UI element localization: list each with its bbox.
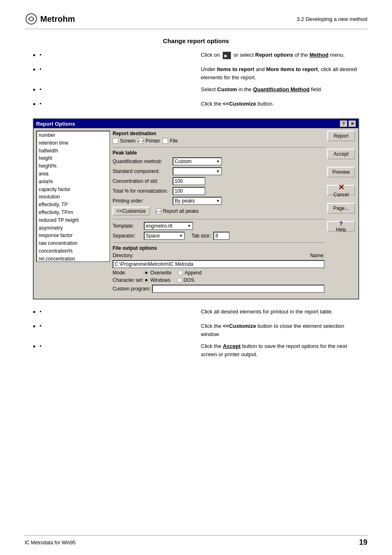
list-item-rel-concentration[interactable]: rel.concentration bbox=[37, 255, 109, 262]
printer-checkbox-item[interactable]: ✓ Printer bbox=[138, 138, 160, 144]
mode-overwrite-radio[interactable] bbox=[144, 270, 149, 275]
report-all-peaks-checkbox[interactable]: ✓ bbox=[156, 208, 161, 214]
bullet-item-2: • Under Items to report and More items t… bbox=[33, 65, 359, 81]
list-item-reduced-tp[interactable]: reduced TP height bbox=[37, 216, 109, 224]
character-set-label: Character set: bbox=[113, 277, 141, 283]
file-checkbox[interactable] bbox=[162, 138, 168, 144]
tab-size-input[interactable] bbox=[213, 232, 230, 240]
list-item-height[interactable]: height bbox=[37, 154, 109, 162]
svg-point-0 bbox=[26, 14, 37, 24]
header: Metrohm 3.2 Developing a new method bbox=[25, 12, 367, 29]
character-set-radio-group: Windows DOS bbox=[144, 277, 194, 283]
template-row: Template: engmetro.rtt ▼ bbox=[113, 222, 325, 230]
list-item-resolution[interactable]: resolution bbox=[37, 193, 109, 201]
printing-order-value: By peaks bbox=[175, 198, 195, 204]
left-panel[interactable]: number retention time halfwidth height h… bbox=[36, 131, 110, 262]
report-button[interactable]: Report bbox=[327, 131, 355, 141]
report-all-peaks-label: Report all peaks bbox=[163, 208, 199, 214]
concentration-std-label: Concentration of std: bbox=[113, 178, 170, 184]
footer: IC Metrodata for Win95 19 bbox=[25, 535, 367, 547]
charset-windows-item[interactable]: Windows bbox=[144, 277, 171, 283]
printer-checkbox[interactable]: ✓ bbox=[138, 138, 144, 144]
screen-checkbox-item[interactable]: Screen bbox=[113, 138, 136, 144]
dropdown-arrow3: ▼ bbox=[216, 199, 220, 203]
list-item-effectivity-tpm[interactable]: effectivity, TP/m bbox=[37, 209, 109, 216]
mode-radio-group: Overwrite Append bbox=[144, 270, 202, 276]
help-title-btn[interactable]: ? bbox=[340, 120, 347, 127]
list-item-halfwidth[interactable]: halfwidth bbox=[37, 147, 109, 155]
mode-append-item[interactable]: Append bbox=[178, 270, 201, 276]
report-options-dialog: Report Options ? ✕ number retention time… bbox=[33, 118, 359, 299]
titlebar-buttons[interactable]: ? ✕ bbox=[340, 120, 356, 127]
list-item-concentration-pct[interactable]: concentration% bbox=[37, 247, 109, 255]
charset-windows-radio[interactable] bbox=[144, 278, 149, 283]
mode-append-radio[interactable] bbox=[178, 270, 183, 275]
list-item-effectivity-tp[interactable]: effectivity, TP bbox=[37, 201, 109, 209]
printing-order-select[interactable]: By peaks ▼ bbox=[173, 197, 222, 205]
content: Change report options • Click on or sele… bbox=[25, 37, 367, 358]
help-icon: ? bbox=[339, 220, 343, 227]
file-output-label: File output options bbox=[113, 245, 325, 251]
list-item-number[interactable]: number bbox=[37, 131, 109, 139]
toolbar-icon bbox=[223, 52, 231, 59]
mode-row: Mode: Overwrite Append bbox=[113, 270, 325, 276]
cancel-label: Cancel bbox=[333, 192, 348, 198]
charset-dos-radio[interactable] bbox=[177, 278, 182, 283]
logo: Metrohm bbox=[25, 12, 75, 25]
list-item-asymmetry[interactable]: asymmetry bbox=[37, 224, 109, 232]
right-panel: Report destination Screen ✓ Printer bbox=[113, 131, 325, 296]
template-label: Template: bbox=[113, 223, 141, 229]
dialog-body: number retention time halfwidth height h… bbox=[34, 128, 358, 299]
report-destination-label: Report destination bbox=[113, 131, 325, 136]
post-bullet-3: • Click the Accept button to save the re… bbox=[33, 342, 359, 358]
peak-table-label: Peak table bbox=[113, 150, 325, 156]
mode-overwrite-label: Overwrite bbox=[150, 270, 171, 276]
template-select[interactable]: engmetro.rtt ▼ bbox=[144, 222, 193, 230]
customize-button[interactable]: <<Customize bbox=[113, 207, 150, 216]
file-checkbox-item[interactable]: File bbox=[162, 138, 178, 144]
directory-input[interactable] bbox=[113, 260, 325, 268]
directory-name-row: Directory: Name: bbox=[113, 253, 325, 258]
standard-component-select[interactable]: ▼ bbox=[173, 167, 222, 175]
footer-left: IC Metrodata for Win95 bbox=[25, 540, 76, 546]
custom-program-label: Custom program: bbox=[113, 286, 150, 292]
list-item-response-factor[interactable]: response factor bbox=[37, 232, 109, 240]
mode-overwrite-item[interactable]: Overwrite bbox=[144, 270, 171, 276]
list-item-capacity-factor[interactable]: capacity factor bbox=[37, 186, 109, 193]
concentration-std-input[interactable] bbox=[173, 177, 205, 185]
mode-label: Mode: bbox=[113, 270, 141, 276]
help-button[interactable]: ? Help bbox=[327, 221, 355, 232]
list-item-area-pct[interactable]: area% bbox=[37, 178, 109, 186]
screen-checkbox[interactable] bbox=[113, 138, 118, 144]
name-label: Name: bbox=[310, 253, 325, 258]
total-pct-label: Total % for normalization: bbox=[113, 188, 170, 194]
close-title-btn[interactable]: ✕ bbox=[348, 120, 356, 127]
quantification-method-select[interactable]: Custom ▼ bbox=[173, 157, 222, 166]
charset-dos-item[interactable]: DOS bbox=[177, 277, 194, 283]
separator-select[interactable]: Space ▼ bbox=[144, 232, 185, 240]
total-pct-input[interactable] bbox=[173, 187, 205, 195]
post-bullet-2-text: Click the <<Customize button to close th… bbox=[201, 322, 359, 338]
post-bullet-1-text: Click all desired elements for printout … bbox=[201, 308, 359, 316]
directory-label: Directory: bbox=[113, 253, 141, 258]
post-bullet-3-text: Click the Accept button to save the repo… bbox=[201, 342, 359, 358]
template-value: engmetro.rtt bbox=[146, 223, 173, 229]
list-item-raw-concentration[interactable]: raw concentration bbox=[37, 240, 109, 247]
cancel-button[interactable]: ✕ Cancel bbox=[327, 185, 355, 196]
bullet-item-4: • Click the <<Customize button. bbox=[33, 100, 359, 110]
help-label: Help bbox=[336, 227, 346, 233]
list-item-retention-time[interactable]: retention time bbox=[37, 139, 109, 147]
list-item-height-pct[interactable]: height% bbox=[37, 162, 109, 170]
charset-dos-label: DOS bbox=[184, 277, 194, 283]
section-title: Change report options bbox=[33, 37, 359, 44]
dialog-titlebar: Report Options ? ✕ bbox=[34, 119, 358, 128]
accept-button[interactable]: Accept bbox=[327, 149, 355, 159]
preview-button[interactable]: Preview bbox=[327, 167, 355, 177]
report-all-peaks-item[interactable]: ✓ Report all peaks bbox=[156, 208, 199, 214]
list-item-area[interactable]: area bbox=[37, 170, 109, 178]
page-button[interactable]: Page... bbox=[327, 203, 355, 214]
report-destination-row: Screen ✓ Printer File bbox=[113, 138, 325, 144]
dialog-title: Report Options bbox=[36, 121, 75, 127]
custom-program-input[interactable] bbox=[152, 285, 325, 293]
dropdown-arrow: ▼ bbox=[216, 159, 220, 164]
